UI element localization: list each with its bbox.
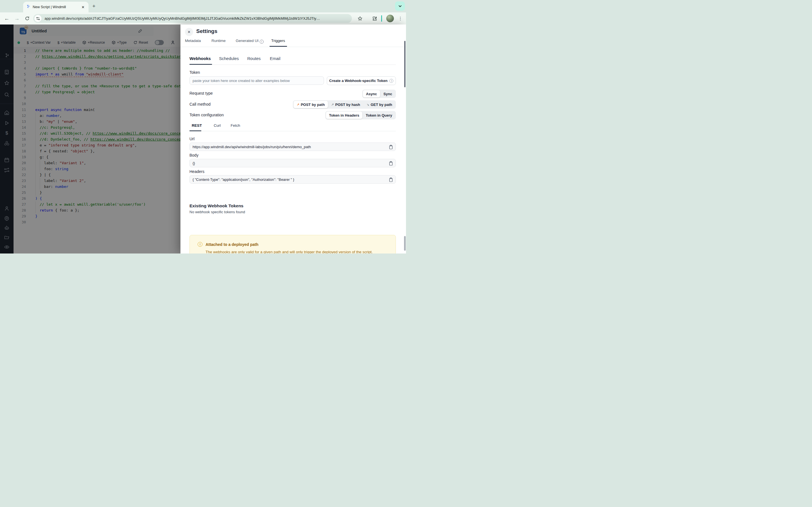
body-field: {} (190, 159, 396, 167)
profile-avatar[interactable] (386, 15, 394, 22)
warning-body: The webhooks are only valid for a given … (206, 250, 392, 253)
arrow-up-right-icon: ↗ (297, 103, 299, 107)
trigger-tabs: Webhooks Schedules Routes Email (190, 55, 396, 65)
url-text: app.windmill.dev/scripts/add#JTdCJTIyaGF… (45, 16, 346, 20)
browser-tabstrip: New Script | Windmill ✕ + (0, 0, 406, 12)
browser-navbar: ← → app.windmill.dev/scripts/add#JTdCJTI… (0, 12, 406, 24)
browser-tab[interactable]: New Script | Windmill ✕ (23, 2, 89, 12)
copy-clipboard-icon[interactable] (389, 177, 393, 182)
tab-metadata[interactable]: Metadata (185, 39, 201, 43)
option-get-by-path[interactable]: ↘GET by path (363, 101, 395, 108)
back-button[interactable]: ← (3, 12, 11, 24)
app-window: $ (0, 24, 406, 253)
reload-button[interactable] (23, 12, 31, 24)
arrow-down-right-icon: ↘ (366, 103, 369, 107)
url-field-label: Url (190, 136, 195, 141)
close-drawer-button[interactable]: ✕ (185, 28, 193, 36)
scrollbar-thumb[interactable] (404, 236, 406, 251)
chevron-down-icon (398, 4, 402, 8)
url-bar[interactable]: app.windmill.dev/scripts/add#JTdCJTIyaGF… (33, 14, 352, 23)
url-field: https://app.windmill.dev/api/w/windmill-… (190, 143, 396, 151)
bookmark-star-icon[interactable] (356, 12, 364, 24)
existing-tokens-title: Existing Webhook Tokens (190, 203, 243, 209)
call-method-segment: ↗POST by path ↗POST by hash ↘GET by path (293, 100, 396, 109)
settings-drawer: ✕ Settings Metadata Runtime Generated UI… (181, 24, 406, 253)
headers-field-label: Headers (190, 169, 204, 174)
tab-title: New Script | Windmill (33, 5, 80, 9)
scrollbar-thumb[interactable] (404, 41, 405, 87)
info-icon[interactable]: i (389, 79, 393, 83)
new-tab-button[interactable]: + (91, 3, 97, 9)
tab-triggers[interactable]: Triggers (271, 39, 285, 43)
tab-search-chevron-button[interactable] (395, 1, 405, 11)
option-token-in-headers[interactable]: Token in Headers (326, 112, 362, 119)
copy-clipboard-icon[interactable] (389, 145, 393, 149)
token-placeholder: paste your token here once created to al… (193, 78, 290, 83)
browser-menu-icon[interactable]: ⋮ (398, 15, 402, 22)
headers-field: { "Content-Type": "application/json", "A… (190, 175, 396, 184)
call-method-label: Call method (190, 102, 211, 107)
option-token-in-query[interactable]: Token in Query (363, 112, 395, 119)
tab-fetch[interactable]: Fetch (231, 123, 240, 128)
request-type-segment: Async Sync (362, 90, 396, 98)
drawer-backdrop[interactable] (0, 24, 181, 253)
tab-rest[interactable]: REST (192, 123, 202, 128)
tab-email[interactable]: Email (270, 56, 281, 61)
warning-icon: ! (198, 242, 202, 247)
body-field-label: Body (190, 153, 199, 158)
info-icon[interactable]: i (260, 40, 264, 44)
warning-title: Attached to a deployed path (206, 242, 258, 247)
tab-routes[interactable]: Routes (247, 56, 261, 61)
token-input[interactable]: paste your token here once created to al… (190, 76, 324, 85)
token-config-segment: Token in Headers Token in Query (325, 111, 396, 119)
extensions-puzzle-icon[interactable] (370, 12, 378, 24)
site-settings-icon[interactable] (35, 15, 42, 22)
option-post-by-path[interactable]: ↗POST by path (294, 101, 327, 108)
active-trigger-underline (190, 64, 212, 65)
settings-tabs: Metadata Runtime Generated UI i Triggers (181, 39, 406, 47)
example-tabs: REST Curl Fetch (190, 123, 396, 131)
existing-tokens-empty: No webhook specific tokens found (190, 210, 245, 214)
token-config-label: Token configuration (190, 113, 223, 117)
profile-status-separator (381, 15, 382, 22)
page: New Script | Windmill ✕ + ← → app.windmi… (0, 0, 406, 253)
tab-close-icon[interactable]: ✕ (80, 5, 86, 9)
tab-webhooks[interactable]: Webhooks (190, 56, 211, 61)
option-post-by-hash[interactable]: ↗POST by hash (328, 101, 363, 108)
copy-clipboard-icon[interactable] (389, 161, 393, 166)
tab-curl[interactable]: Curl (214, 123, 221, 128)
forward-button[interactable]: → (13, 12, 21, 24)
create-webhook-token-button[interactable]: Create a Webhook-specific Token i (327, 76, 396, 85)
arrow-up-right-icon: ↗ (331, 103, 334, 107)
tab-runtime[interactable]: Runtime (211, 39, 225, 43)
option-sync[interactable]: Sync (380, 90, 395, 98)
drawer-title: Settings (196, 28, 217, 34)
tab-schedules[interactable]: Schedules (219, 56, 239, 61)
request-type-label: Request type (190, 91, 213, 96)
windmill-favicon-icon (26, 4, 31, 10)
tab-generated-ui[interactable]: Generated UI i (236, 39, 264, 44)
active-tab-underline (269, 46, 287, 47)
active-example-underline (190, 130, 201, 131)
deployed-path-warning: ! Attached to a deployed path The webhoo… (190, 235, 396, 253)
option-async[interactable]: Async (363, 90, 380, 98)
token-label: Token (190, 70, 200, 75)
